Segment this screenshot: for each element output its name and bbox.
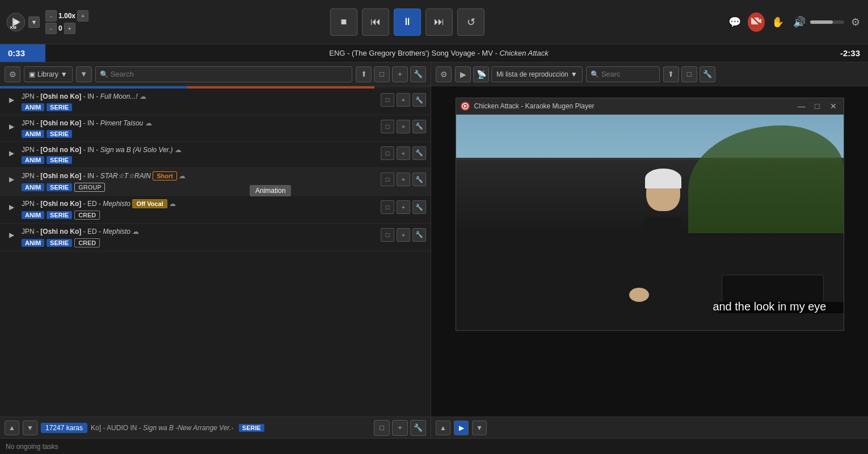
row-checkbox[interactable]: □ [381,93,394,107]
bottom-wrench-btn[interactable]: 🔧 [410,420,426,436]
song-list: ▶ JPN - [Oshi no Ko] - IN - Full Moon...… [0,89,431,417]
song-name: Full Moon...! [100,93,138,100]
tag-off-vocal[interactable]: Off Vocal [132,199,167,208]
right-upload-btn[interactable]: ⬆ [663,66,679,82]
song-play-btn[interactable]: ▶ [5,200,18,214]
row-checkbox[interactable]: □ [381,120,394,133]
tag-cred[interactable]: CRED [74,238,100,247]
right-search-input[interactable] [586,66,660,82]
chat-button[interactable]: 💬 [726,14,743,31]
row-actions: □ + 🔧 [381,173,426,186]
pitch-value: 0 [58,24,62,32]
svg-text:KM: KM [10,26,16,30]
tag-anim[interactable]: ANIM [22,130,44,138]
tag-anim[interactable]: ANIM [22,103,44,111]
nav-up-btn[interactable]: ▲ [5,421,19,435]
row-add-btn[interactable]: + [397,228,410,242]
filter-button[interactable]: ▼ [76,66,92,82]
playlist-select[interactable]: Mi lista de reproducción ▼ [491,66,583,82]
row-wrench-btn[interactable]: 🔧 [412,146,426,160]
pitch-plus-btn[interactable]: + [64,23,75,34]
volume-button[interactable]: 🔊 [791,14,808,31]
tag-cred[interactable]: CRED [74,211,100,220]
row-add-btn[interactable]: + [397,173,410,186]
row-add-btn[interactable]: + [397,93,410,107]
row-add-btn[interactable]: + [397,200,410,214]
bottom-tag-serie[interactable]: SERIE [239,424,264,432]
camera-off-icon [750,15,762,27]
tag-group[interactable]: GROUP [74,183,105,192]
left-gear-button[interactable]: ⚙ [5,66,20,82]
bottom-checkbox-btn[interactable]: □ [374,420,390,436]
video-titlebar-btns: — □ ✕ [796,100,839,112]
checkbox-button[interactable]: □ [374,66,390,82]
song-play-btn[interactable]: ▶ [5,173,18,186]
table-row: ▶ JPN - [Oshi no Ko] - ED - Mephisto Off… [0,196,431,224]
right-wrench-btn[interactable]: 🔧 [700,66,715,82]
song-play-btn[interactable]: ▶ [5,146,18,160]
skip-forward-button[interactable]: ⏭ [425,9,453,36]
left-search-input[interactable] [95,66,352,82]
video-minimize-btn[interactable]: — [796,100,807,112]
bottom-plus-btn[interactable]: + [392,420,408,436]
plus-button[interactable]: + [392,66,408,82]
song-mid: - IN - [81,172,100,180]
settings-button[interactable]: ⚙ [849,14,862,31]
tag-serie[interactable]: SERIE [47,103,72,111]
tag-short[interactable]: Short [153,171,177,180]
tag-serie[interactable]: SERIE [47,183,72,191]
row-checkbox[interactable]: □ [381,228,394,242]
row-wrench-btn[interactable]: 🔧 [412,173,426,186]
row-checkbox[interactable]: □ [381,200,394,214]
speed-minus-btn[interactable]: - [45,10,57,22]
row-checkbox[interactable]: □ [381,173,394,186]
speed-plus-btn[interactable]: + [77,10,89,22]
row-add-btn[interactable]: + [397,146,410,160]
video-close-btn[interactable]: ✕ [828,100,839,112]
row-add-btn[interactable]: + [397,120,410,133]
stop-button[interactable]: ■ [330,9,357,36]
row-wrench-btn[interactable]: 🔧 [412,200,426,214]
right-nav-up-btn[interactable]: ▲ [436,421,450,435]
hand-button[interactable]: ✋ [769,14,786,31]
upload-button[interactable]: ⬆ [356,66,372,82]
wrench-button[interactable]: 🔧 [410,66,426,82]
right-square-btn[interactable]: □ [681,66,697,82]
song-play-btn[interactable]: ▶ [5,93,18,107]
tag-serie[interactable]: SERIE [47,130,72,138]
video-maximize-btn[interactable]: □ [812,100,823,112]
pitch-minus-btn[interactable]: - [45,23,57,34]
play-icon-btn[interactable]: ▶ [455,66,471,82]
playlist-select-wrap: ▶ 📡 Mi lista de reproducción ▼ [455,66,583,82]
logo-dropdown-btn[interactable]: ▼ [28,16,40,28]
tag-anim[interactable]: ANIM [22,156,44,164]
tag-serie[interactable]: SERIE [47,239,72,247]
nav-down-btn[interactable]: ▼ [23,421,37,435]
row-checkbox[interactable]: □ [381,146,394,160]
right-nav-down-btn[interactable]: ▼ [472,421,487,435]
svg-marker-4 [759,19,761,23]
row-wrench-btn[interactable]: 🔧 [412,228,426,242]
camera-off-button[interactable] [748,12,765,32]
right-play-btn[interactable]: ▶ [454,421,469,435]
tag-serie[interactable]: SERIE [47,211,72,219]
row-wrench-btn[interactable]: 🔧 [412,120,426,133]
tag-anim[interactable]: ANIM [22,183,44,191]
row-wrench-btn[interactable]: 🔧 [412,93,426,107]
song-play-btn[interactable]: ▶ [5,120,18,133]
song-play-btn[interactable]: ▶ [5,228,18,242]
tag-anim[interactable]: ANIM [22,211,44,219]
time-elapsed: 0:33 [0,44,45,62]
broadcast-btn[interactable]: 📡 [473,66,489,82]
skip-back-button[interactable]: ⏮ [362,9,389,36]
replay-button[interactable]: ↺ [457,9,484,36]
song-series: [Oshi no Ko] [40,93,81,100]
song-info: JPN - [Oshi no Ko] - IN - STAR☆T☆RAIN Sh… [22,171,377,192]
tag-anim[interactable]: ANIM [22,239,44,247]
right-gear-button[interactable]: ⚙ [436,66,452,82]
library-select[interactable]: ▣ Library ▼ [24,66,73,82]
song-prefix: JPN - [22,200,40,208]
tag-serie[interactable]: SERIE [47,156,72,164]
person-silhouette [629,171,697,330]
pause-button[interactable]: ⏸ [394,9,421,36]
